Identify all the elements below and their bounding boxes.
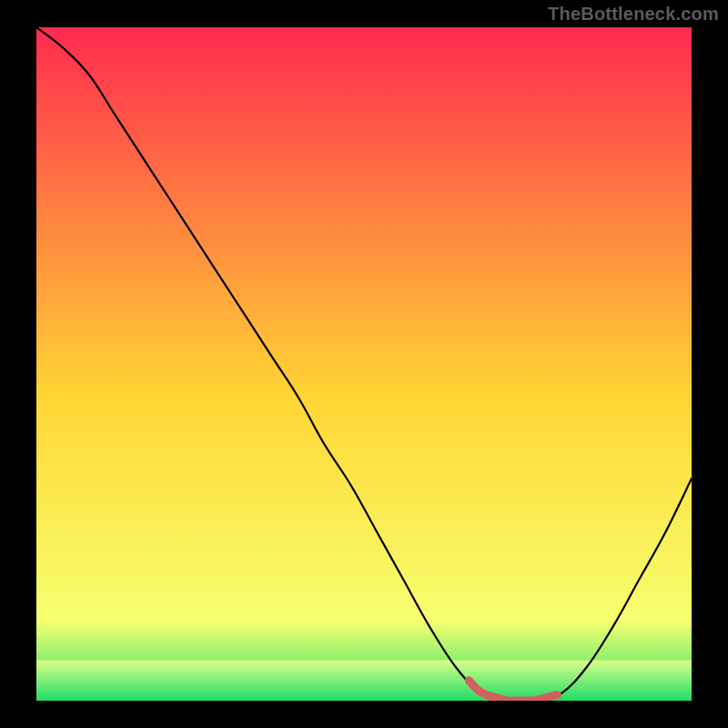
green-band: [36, 661, 692, 701]
bottleneck-chart: [36, 27, 692, 701]
plot-area: [36, 27, 692, 701]
chart-frame: TheBottleneck.com: [0, 0, 728, 728]
watermark-text: TheBottleneck.com: [548, 4, 719, 25]
gradient-background: [36, 27, 692, 701]
